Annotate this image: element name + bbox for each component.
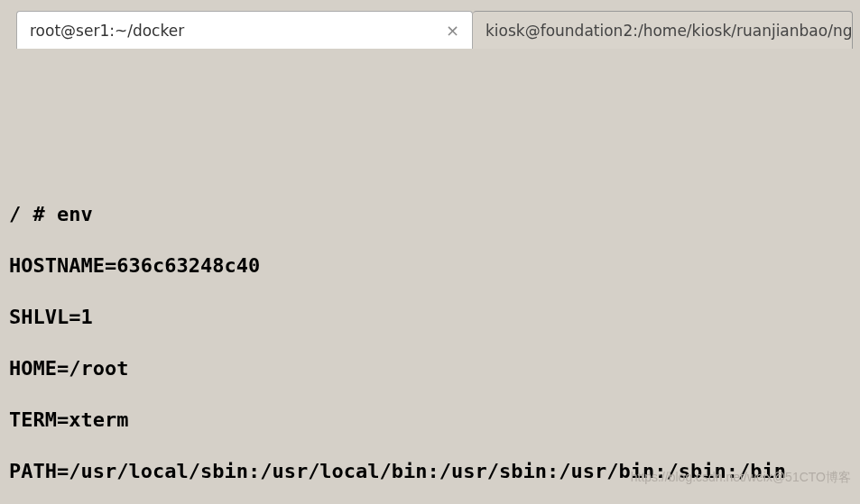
- tab-inactive[interactable]: kiosk@foundation2:/home/kiosk/ruanjianba…: [473, 11, 853, 49]
- terminal-line: / # env: [9, 202, 856, 228]
- tab-inactive-title: kiosk@foundation2:/home/kiosk/ruanjianba…: [485, 22, 853, 40]
- watermark: https://blog.csdn.net/weix@51CTO博客: [631, 464, 851, 490]
- terminal-line: SHLVL=1: [9, 305, 856, 331]
- terminal-line: HOME=/root: [9, 356, 856, 382]
- terminal-line: TERM=xterm: [9, 408, 856, 434]
- tab-bar: root@ser1:~/docker × kiosk@foundation2:/…: [0, 0, 860, 49]
- terminal-output[interactable]: / # env HOSTNAME=636c63248c40 SHLVL=1 HO…: [0, 49, 860, 495]
- terminal-line: HOSTNAME=636c63248c40: [9, 253, 856, 279]
- tab-active[interactable]: root@ser1:~/docker ×: [16, 11, 473, 49]
- terminal-blank-area: [9, 82, 856, 177]
- close-icon[interactable]: ×: [442, 21, 463, 40]
- tab-active-title: root@ser1:~/docker: [30, 22, 184, 40]
